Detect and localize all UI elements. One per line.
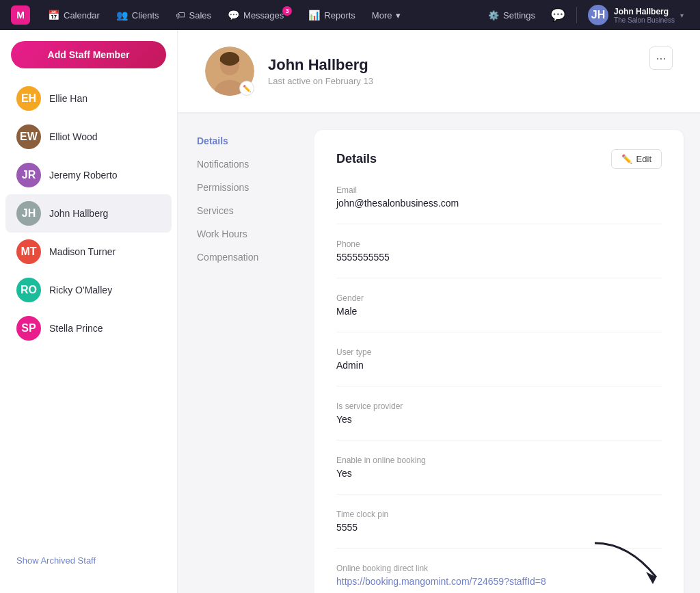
profile-nav-notifications[interactable]: Notifications [189,153,304,175]
detail-value-is_service_provider: Yes [336,414,662,425]
detail-label-is_service_provider: Is service provider [336,401,662,411]
staff-avatar-stella: SP [16,316,41,341]
nav-calendar[interactable]: 📅 Calendar [41,5,107,25]
profile-body: DetailsNotificationsPermissionsServicesW… [178,114,700,593]
profile-avatar-wrap: ✏️ [205,47,254,96]
profile-name: John Hallberg [268,56,636,74]
nav-user-menu[interactable]: JH John Hallberg The Salon Business ▾ [582,2,689,28]
nav-divider [576,7,577,23]
sidebar-item-elliot[interactable]: EW Elliot Wood [5,118,172,156]
profile-navigation: DetailsNotificationsPermissionsServicesW… [178,114,314,593]
detail-divider-4 [336,440,662,440]
staff-name-stella: Stella Prince [49,323,103,334]
sidebar-item-ricky[interactable]: RO Ricky O'Malley [5,271,172,309]
staff-avatar-john: JH [16,201,41,226]
profile-last-active: Last active on February 13 [268,76,636,86]
profile-avatar-edit-button[interactable]: ✏️ [239,81,254,96]
staff-name-jeremy: Jeremy Roberto [49,170,118,181]
sidebar-item-stella[interactable]: SP Stella Prince [5,309,172,347]
sidebar: Add Staff Member EH Ellie Han EW Elliot … [0,30,178,593]
app-logo[interactable]: M [11,5,30,25]
reports-icon: 📊 [308,10,320,21]
detail-field-user_type: User typeAdmin [336,347,662,371]
details-panel: Details ✏️ Edit Emailjohn@thesalonbusine… [314,114,700,593]
detail-divider-1 [336,278,662,278]
detail-value-email: john@thesalonbusiness.com [336,198,662,209]
detail-label-phone: Phone [336,239,662,249]
detail-field-time_clock_pin: Time clock pin5555 [336,510,662,533]
nav-clients[interactable]: 👥 Clients [109,5,166,25]
nav-reports[interactable]: 📊 Reports [301,5,362,25]
edit-button[interactable]: ✏️ Edit [611,149,662,169]
sidebar-footer: Show Archived Staff [0,539,177,582]
user-chevron-icon: ▾ [680,12,684,19]
detail-label-online_booking_link_label: Online booking direct link [336,564,662,573]
profile-nav-permissions[interactable]: Permissions [189,176,304,198]
detail-field-online_booking_link_label: Online booking direct linkhttps://bookin… [336,564,662,587]
detail-label-user_type: User type [336,347,662,357]
profile-header: ✏️ John Hallberg Last active on February… [178,30,700,113]
main-layout: Add Staff Member EH Ellie Han EW Elliot … [0,30,700,593]
detail-divider-2 [336,332,662,332]
staff-list: EH Ellie Han EW Elliot Wood JR Jeremy Ro… [0,79,177,347]
detail-value-time_clock_pin: 5555 [336,522,662,533]
detail-value-phone: 5555555555 [336,252,662,263]
edit-icon: ✏️ [621,154,632,164]
detail-label-email: Email [336,185,662,195]
staff-name-madison: Madison Turner [49,246,116,257]
details-fields: Emailjohn@thesalonbusiness.comPhone55555… [336,185,662,587]
nav-more[interactable]: More ▾ [365,6,408,25]
detail-divider-6 [336,548,662,549]
details-card: Details ✏️ Edit Emailjohn@thesalonbusine… [314,130,684,593]
staff-name-elliot: Elliot Wood [49,131,98,142]
detail-value-gender: Male [336,306,662,317]
detail-field-enable_online_booking: Enable in online bookingYes [336,456,662,479]
sidebar-item-ellie[interactable]: EH Ellie Han [5,79,172,118]
messages-badge: 3 [282,6,292,16]
detail-divider-3 [336,386,662,386]
staff-name-ricky: Ricky O'Malley [49,285,112,295]
staff-avatar-elliot: EW [16,124,41,149]
add-staff-member-button[interactable]: Add Staff Member [11,41,166,68]
sidebar-item-jeremy[interactable]: JR Jeremy Roberto [5,156,172,194]
staff-avatar-madison: MT [16,239,41,264]
nav-settings[interactable]: ⚙️ Settings [481,6,542,25]
detail-value-enable_online_booking: Yes [336,468,662,479]
nav-messages[interactable]: 💬 Messages 3 [221,5,299,25]
main-content: ✏️ John Hallberg Last active on February… [178,30,700,593]
nav-chat-button[interactable]: 💬 [545,5,571,25]
staff-avatar-ricky: RO [16,278,41,302]
profile-nav-compensation[interactable]: Compensation [189,246,304,268]
sidebar-item-madison[interactable]: MT Madison Turner [5,233,172,271]
detail-label-gender: Gender [336,293,662,303]
detail-field-gender: GenderMale [336,293,662,317]
detail-label-time_clock_pin: Time clock pin [336,510,662,519]
sidebar-item-john[interactable]: JH John Hallberg [5,194,172,233]
staff-name-john: John Hallberg [49,208,108,219]
detail-divider-5 [336,494,662,495]
messages-icon: 💬 [228,10,239,21]
profile-info: John Hallberg Last active on February 13 [268,56,636,86]
nav-sales[interactable]: 🏷 Sales [169,5,219,25]
profile-nav-details[interactable]: Details [189,130,304,152]
chevron-down-icon: ▾ [396,10,401,21]
profile-more-options-button[interactable]: ··· [649,47,673,70]
profile-nav-work_hours[interactable]: Work Hours [189,223,304,245]
staff-avatar-jeremy: JR [16,163,41,187]
detail-label-enable_online_booking: Enable in online booking [336,456,662,465]
staff-name-ellie: Ellie Han [49,93,88,104]
profile-nav-services[interactable]: Services [189,200,304,222]
show-archived-staff-link[interactable]: Show Archived Staff [11,550,166,571]
clients-icon: 👥 [116,10,128,21]
detail-field-is_service_provider: Is service providerYes [336,401,662,425]
staff-avatar-ellie: EH [16,86,41,111]
detail-field-email: Emailjohn@thesalonbusiness.com [336,185,662,209]
detail-field-phone: Phone5555555555 [336,239,662,263]
detail-value-online_booking_link_label[interactable]: https://booking.mangomint.com/724659?sta… [336,576,662,587]
detail-divider-0 [336,224,662,224]
top-navigation: M 📅 Calendar 👥 Clients 🏷 Sales 💬 Message… [0,0,700,30]
nav-user-avatar: JH [588,5,608,25]
details-card-title: Details [336,152,377,166]
detail-value-user_type: Admin [336,360,662,371]
calendar-icon: 📅 [48,10,59,21]
